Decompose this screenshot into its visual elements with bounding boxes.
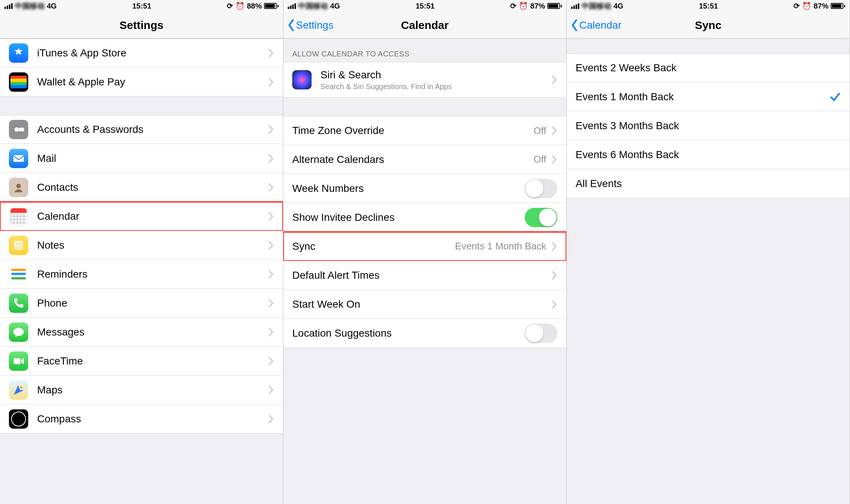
row-label: Start Week On [292, 298, 551, 310]
accounts-icon [9, 120, 28, 139]
option-events-2-weeks-back[interactable]: Events 2 Weeks Back [567, 53, 850, 82]
toggle-switch[interactable] [525, 324, 557, 343]
row-label: Location Suggestions [292, 327, 525, 339]
back-button[interactable]: Settings [283, 19, 333, 32]
row-show-invitee-declines[interactable]: Show Invitee Declines [283, 203, 566, 232]
battery-pct-label: 87% [814, 2, 828, 10]
status-bar: 中国移动 4G 15:51 ⟳ ⏰ 88% [0, 0, 283, 12]
row-mail[interactable]: Mail [0, 144, 283, 173]
svg-point-3 [16, 184, 21, 188]
checkmark-icon [830, 91, 841, 102]
toggle-switch[interactable] [525, 208, 557, 227]
row-label: Notes [37, 239, 268, 251]
option-events-1-month-back[interactable]: Events 1 Month Back [567, 82, 850, 111]
chevron-right-icon [268, 212, 274, 221]
svg-point-0 [14, 127, 19, 132]
row-label: Calendar [37, 210, 268, 222]
row-label: Sync [292, 240, 455, 252]
chevron-right-icon [268, 269, 274, 279]
battery-pct-label: 87% [530, 2, 545, 10]
row-time-zone-override[interactable]: Time Zone OverrideOff [283, 116, 566, 145]
section-header: ALLOW CALENDAR TO ACCESS [283, 39, 566, 62]
battery-icon [264, 3, 279, 9]
battery-icon [547, 3, 562, 9]
option-all-events[interactable]: All Events [567, 169, 850, 198]
row-label: Week Numbers [292, 183, 525, 194]
facetime-icon [9, 351, 28, 371]
alarm-icon: ⏰ [235, 1, 245, 10]
battery-pct-label: 88% [247, 2, 262, 10]
option-label: Events 1 Month Back [576, 91, 830, 103]
row-reminders[interactable]: Reminders [0, 260, 283, 289]
sync-options: Events 2 Weeks BackEvents 1 Month BackEv… [567, 53, 850, 198]
row-notes[interactable]: Notes [0, 231, 283, 260]
svg-rect-2 [13, 155, 24, 162]
row-default-alert-times[interactable]: Default Alert Times [283, 261, 566, 290]
clock-label: 15:51 [57, 2, 227, 10]
row-week-numbers[interactable]: Week Numbers [283, 174, 566, 203]
row-value: Off [534, 154, 546, 165]
row-appstore[interactable]: iTunes & App Store [0, 39, 283, 68]
carrier-label: 中国移动 [298, 1, 328, 11]
chevron-right-icon [551, 300, 557, 309]
nav-header: Settings [0, 12, 283, 39]
row-sync[interactable]: SyncEvents 1 Month Back [283, 232, 566, 261]
screen-settings: 中国移动 4G 15:51 ⟳ ⏰ 88% Settings iTunes & … [0, 0, 283, 504]
option-label: Events 3 Months Back [576, 120, 841, 132]
maps-icon [9, 380, 28, 400]
alarm-icon: ⏰ [802, 1, 811, 10]
row-label: Default Alert Times [292, 269, 551, 281]
compass-icon [9, 409, 28, 429]
row-phone[interactable]: Phone [0, 289, 283, 318]
option-events-3-months-back[interactable]: Events 3 Months Back [567, 111, 850, 140]
chevron-right-icon [268, 154, 274, 163]
row-label: Alternate Calendars [292, 154, 534, 166]
option-label: Events 6 Months Back [576, 149, 841, 161]
signal-icon [4, 3, 13, 9]
option-events-6-months-back[interactable]: Events 6 Months Back [567, 140, 850, 169]
back-button[interactable]: Calendar [567, 19, 622, 32]
row-contacts[interactable]: Contacts [0, 173, 283, 202]
row-wallet[interactable]: Wallet & Apple Pay [0, 68, 283, 96]
back-label: Settings [296, 19, 333, 31]
signal-icon [571, 3, 579, 9]
row-maps[interactable]: Maps [0, 376, 283, 405]
screen-sync: 中国移动 4G 15:51 ⟳ ⏰ 87% Calendar Sync Even… [567, 0, 850, 504]
nav-header: Calendar Sync [567, 12, 850, 39]
row-label: FaceTime [37, 355, 268, 367]
row-label: Mail [37, 153, 268, 164]
svg-rect-4 [14, 241, 23, 250]
mail-icon [9, 149, 28, 168]
back-label: Calendar [579, 19, 622, 31]
row-accounts[interactable]: Accounts & Passwords [0, 115, 283, 144]
rotation-lock-icon: ⟳ [227, 1, 233, 10]
row-siri-search[interactable]: Siri & Search Search & Siri Suggestions,… [283, 62, 566, 98]
siri-icon [292, 70, 312, 89]
chevron-right-icon [268, 414, 274, 424]
row-location-suggestions[interactable]: Location Suggestions [283, 319, 566, 348]
chevron-right-icon [551, 126, 557, 135]
chevron-right-icon [268, 77, 274, 87]
toggle-switch[interactable] [525, 179, 557, 198]
network-label: 4G [330, 2, 340, 10]
row-label: Compass [37, 413, 268, 425]
row-label: Maps [37, 384, 268, 396]
row-label: iTunes & App Store [37, 47, 268, 59]
network-label: 4G [47, 2, 57, 10]
chevron-right-icon [268, 356, 274, 366]
row-messages[interactable]: Messages [0, 318, 283, 347]
chevron-right-icon [268, 48, 274, 58]
row-calendar[interactable]: Calendar [0, 202, 283, 231]
row-label: Time Zone Override [292, 125, 534, 137]
row-label: Reminders [37, 268, 268, 280]
screen-calendar-settings: 中国移动 4G 15:51 ⟳ ⏰ 87% Settings Calendar … [283, 0, 567, 504]
row-value: Off [534, 125, 546, 137]
row-label: Wallet & Apple Pay [37, 76, 268, 88]
carrier-label: 中国移动 [582, 1, 611, 11]
row-compass[interactable]: Compass [0, 405, 283, 433]
row-alternate-calendars[interactable]: Alternate CalendarsOff [283, 145, 566, 174]
row-start-week-on[interactable]: Start Week On [283, 290, 566, 319]
row-label: Messages [37, 326, 268, 338]
alarm-icon: ⏰ [519, 1, 528, 10]
row-facetime[interactable]: FaceTime [0, 347, 283, 376]
